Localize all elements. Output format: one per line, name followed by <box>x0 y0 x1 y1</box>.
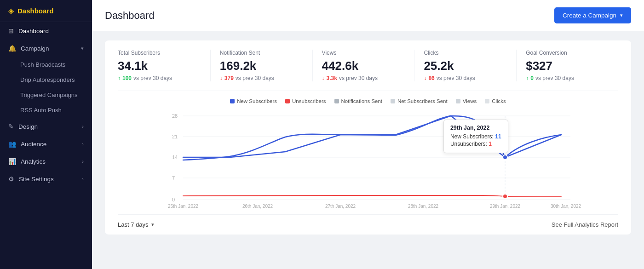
sidebar-label-campaign: Campaign <box>21 45 49 52</box>
stat-label-views: Views <box>322 50 405 56</box>
svg-text:14: 14 <box>172 155 178 160</box>
create-btn-chevron-icon: ▾ <box>620 12 623 18</box>
sidebar-item-dashboard[interactable]: ⊞ Dashboard <box>0 22 92 40</box>
sidebar-item-campaign[interactable]: 🔔 Campaign ▾ <box>0 40 92 57</box>
stat-label-goal: Goal Conversion <box>526 50 609 56</box>
sidebar-item-triggered-campaigns[interactable]: Triggered Campaigns <box>0 87 92 103</box>
sidebar-item-audience[interactable]: 👥 Audience › <box>0 135 92 153</box>
sidebar-label-push-broadcasts: Push Broadcasts <box>20 61 65 68</box>
svg-text:28: 28 <box>172 113 178 119</box>
legend-views: Views <box>456 98 477 104</box>
full-analytics-report-link[interactable]: See Full Analytics Report <box>552 221 618 228</box>
stat-label-notifications: Notification Sent <box>220 50 303 56</box>
legend-new-subscribers: New Subscribers <box>230 98 277 104</box>
time-filter-dropdown[interactable]: Last 7 days ▾ <box>118 221 154 228</box>
chart-dot-unsubscribers <box>503 194 507 199</box>
svg-text:0: 0 <box>172 197 175 202</box>
create-campaign-label: Create a Campaign <box>563 12 616 19</box>
sidebar-item-design[interactable]: ✎ Design › <box>0 118 92 135</box>
design-icon: ✎ <box>8 123 14 130</box>
dashboard-content: Total Subscribers 34.1k ↑ 100 vs prev 30… <box>92 31 644 269</box>
chart-svg: 28 21 14 7 0 <box>118 109 618 211</box>
change-suffix-notifications: vs prev 30 days <box>236 75 274 81</box>
sidebar-item-drip-autoresponders[interactable]: Drip Autoresponders <box>0 72 92 87</box>
stat-change-notifications: ↓ 379 vs prev 30 days <box>220 75 303 81</box>
chart-dot-new-subscribers <box>503 155 507 160</box>
legend-dot-unsubscribers <box>285 99 290 103</box>
grid-icon: ⊞ <box>8 27 14 34</box>
chart-svg-wrapper: 28 21 14 7 0 <box>118 109 618 212</box>
main-header: Dashboard Create a Campaign ▾ <box>92 0 644 31</box>
legend-clicks: Clicks <box>485 98 506 104</box>
sidebar-label-triggered: Triggered Campaigns <box>20 92 78 98</box>
legend-dot-clicks <box>485 99 489 103</box>
create-campaign-button[interactable]: Create a Campaign ▾ <box>554 7 631 23</box>
stat-change-goal: ↑ 0 vs prev 30 days <box>526 75 609 81</box>
chevron-right-icon-settings: › <box>82 176 84 182</box>
stat-goal-conversion: Goal Conversion $327 ↑ 0 vs prev 30 days <box>526 50 618 81</box>
legend-label-new-subscribers: New Subscribers <box>237 98 277 104</box>
legend-label-unsubscribers: Unsubscribers <box>292 98 326 104</box>
legend-unsubscribers: Unsubscribers <box>285 98 326 104</box>
stat-value-notifications: 169.2k <box>220 59 303 73</box>
svg-text:30th Jan, 2022: 30th Jan, 2022 <box>551 204 581 209</box>
svg-text:26th Jan, 2022: 26th Jan, 2022 <box>242 204 273 209</box>
chart-area: New Subscribers Unsubscribers Notificati… <box>118 91 618 235</box>
stat-clicks: Clicks 25.2k ↓ 86 vs prev 30 days <box>424 50 517 81</box>
legend-label-views: Views <box>463 98 477 104</box>
legend-notifications-sent: Notifications Sent <box>334 98 383 104</box>
legend-label-notifications: Notifications Sent <box>341 98 383 104</box>
sidebar-item-rss-auto-push[interactable]: RSS Auto Push <box>0 103 92 118</box>
sidebar-logo-text: Dashboard <box>17 7 53 15</box>
legend-dot-new-subscribers <box>230 99 235 103</box>
stat-value-clicks: 25.2k <box>424 59 507 73</box>
svg-text:29th Jan, 2022: 29th Jan, 2022 <box>490 204 521 209</box>
stat-value-views: 442.6k <box>322 59 405 73</box>
sidebar-item-push-broadcasts[interactable]: Push Broadcasts <box>0 57 92 72</box>
change-val-goal: 0 <box>530 75 534 81</box>
time-filter-chevron-icon: ▾ <box>151 222 154 228</box>
chevron-right-icon-audience: › <box>82 141 84 147</box>
page-title: Dashboard <box>105 10 155 22</box>
chevron-down-icon: ▾ <box>81 46 84 52</box>
change-suffix-goal: vs prev 30 days <box>535 75 574 81</box>
svg-text:7: 7 <box>172 175 175 181</box>
chevron-right-icon-analytics: › <box>82 159 84 164</box>
change-val-clicks: 86 <box>428 75 434 81</box>
legend-net-subscribers: Net Subscribers Sent <box>391 98 448 104</box>
stats-row: Total Subscribers 34.1k ↑ 100 vs prev 30… <box>118 50 618 91</box>
legend-label-clicks: Clicks <box>492 98 506 104</box>
chart-legend: New Subscribers Unsubscribers Notificati… <box>118 98 618 104</box>
stat-change-subscribers: ↑ 100 vs prev 30 days <box>118 75 201 81</box>
stat-label-subscribers: Total Subscribers <box>118 50 201 56</box>
dashboard-icon: ◈ <box>8 6 14 15</box>
sidebar-label-rss: RSS Auto Push <box>20 107 62 114</box>
svg-text:21: 21 <box>172 134 178 139</box>
legend-dot-views <box>456 99 460 103</box>
sidebar-item-site-settings[interactable]: ⚙ Site Settings › <box>0 170 92 188</box>
change-val-views: 3.3k <box>327 75 337 81</box>
arrow-down-icon-clicks: ↓ <box>424 75 426 81</box>
sidebar: ◈ Dashboard ⊞ Dashboard 🔔 Campaign ▾ Pus… <box>0 0 92 269</box>
stat-change-views: ↓ 3.3k vs prev 30 days <box>322 75 405 81</box>
stat-views: Views 442.6k ↓ 3.3k vs prev 30 days <box>322 50 415 81</box>
change-suffix-clicks: vs prev 30 days <box>437 75 475 81</box>
change-suffix-views: vs prev 30 days <box>339 75 378 81</box>
main-content: Dashboard Create a Campaign ▾ Total Subs… <box>92 0 644 269</box>
time-filter-label: Last 7 days <box>118 221 149 228</box>
sidebar-label-drip: Drip Autoresponders <box>20 76 75 83</box>
change-val-subscribers: 100 <box>122 75 132 81</box>
svg-text:25th Jan, 2022: 25th Jan, 2022 <box>168 204 199 209</box>
legend-dot-notifications <box>334 99 339 103</box>
sidebar-item-analytics[interactable]: 📊 Analytics › <box>0 153 92 170</box>
stat-total-subscribers: Total Subscribers 34.1k ↑ 100 vs prev 30… <box>118 50 211 81</box>
chart-bottom-bar: Last 7 days ▾ See Full Analytics Report <box>118 214 618 235</box>
audience-icon: 👥 <box>8 140 16 148</box>
legend-dot-net-subscribers <box>391 99 395 103</box>
sidebar-label-design: Design <box>18 123 38 130</box>
change-val-notifications: 379 <box>224 75 234 81</box>
arrow-up-icon-goal: ↑ <box>526 75 529 81</box>
stats-card: Total Subscribers 34.1k ↑ 100 vs prev 30… <box>105 40 631 235</box>
svg-text:28th Jan, 2022: 28th Jan, 2022 <box>408 204 439 209</box>
analytics-icon: 📊 <box>8 158 16 165</box>
